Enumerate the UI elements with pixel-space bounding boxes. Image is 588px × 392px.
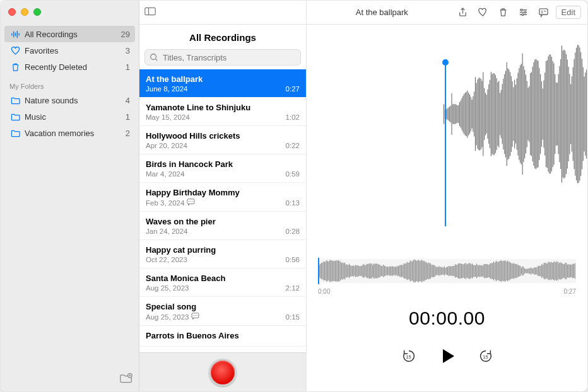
detail-pane: At the ballpark Edit 0:000:010:02 — [307, 1, 587, 391]
waveform-zoom-area[interactable]: 0:000:010:02 — [307, 25, 587, 226]
recording-name: Waves on the pier — [146, 217, 300, 226]
sidebar-item-label: Favorites — [25, 46, 126, 55]
svg-text:15: 15 — [406, 354, 411, 360]
folder-icon — [9, 95, 21, 106]
recording-name: Birds in Hancock Park — [146, 159, 300, 169]
folder-item-vacation-memories[interactable]: Vacation memories 2 — [4, 125, 135, 141]
recording-item[interactable]: Special song Aug 25, 2023 0:15 — [139, 297, 306, 326]
sidebar-item-label: Music — [25, 112, 126, 122]
recording-list: At the ballpark June 8, 2024 0:27Yamanot… — [139, 69, 306, 352]
new-folder-button[interactable] — [120, 372, 132, 386]
recording-item[interactable]: Happy cat purring Oct 22, 2023 0:56 — [139, 240, 306, 268]
recording-duration: 0:28 — [286, 228, 300, 235]
recording-date: Jan 24, 2024 — [146, 228, 188, 235]
folder-item-nature-sounds[interactable]: Nature sounds 4 — [4, 92, 135, 108]
transcript-button[interactable] — [536, 5, 552, 20]
toggle-sidebar-button[interactable] — [144, 7, 156, 18]
recording-date: Oct 22, 2023 — [146, 256, 187, 263]
sidebar-footer — [1, 367, 139, 391]
waveform-icon — [9, 28, 21, 40]
sidebar-list: All Recordings 29 Favorites 3 Recently D… — [1, 26, 139, 367]
options-button[interactable] — [515, 5, 532, 20]
folder-item-music[interactable]: Music 1 — [4, 108, 135, 125]
waveform-overview[interactable] — [318, 259, 576, 283]
svg-point-7 — [522, 14, 524, 16]
recording-date: Mar 4, 2024 — [146, 170, 184, 178]
sidebar-item-count: 29 — [121, 30, 130, 39]
record-footer — [139, 352, 306, 391]
sidebar-item-count: 1 — [126, 62, 130, 72]
my-folders-header: My Folders — [4, 75, 135, 92]
recording-item[interactable]: Birds in Hancock Park Mar 4, 2024 0:59 — [139, 154, 306, 183]
skip-back-15-button[interactable]: 15 — [401, 349, 416, 366]
share-button[interactable] — [455, 5, 471, 20]
svg-point-6 — [524, 11, 526, 13]
overview-start: 0:00 — [318, 288, 330, 295]
recording-item[interactable]: Parrots in Buenos Aires — [139, 326, 306, 347]
time-ruler-overview: 0:00 0:27 — [318, 288, 576, 295]
sidebar-item-label: Nature sounds — [25, 96, 126, 105]
skip-forward-15-button[interactable]: 15 — [478, 349, 493, 366]
recording-date: Aug 25, 2023 — [146, 313, 199, 321]
record-button[interactable] — [209, 359, 237, 386]
recording-date: Aug 25, 2023 — [146, 284, 189, 292]
recording-name: Special song — [146, 302, 300, 311]
sidebar-item-count: 2 — [126, 129, 130, 138]
close-window-button[interactable] — [8, 8, 16, 16]
recording-duration: 0:15 — [286, 313, 300, 321]
recording-item[interactable]: At the ballpark June 8, 2024 0:27 — [139, 69, 306, 98]
svg-text:15: 15 — [483, 354, 488, 360]
list-title: All Recordings — [139, 25, 306, 49]
svg-point-3 — [151, 54, 156, 60]
recording-item[interactable]: Hollywood Hills crickets Apr 20, 2024 0:… — [139, 126, 306, 154]
waveform-mini — [318, 259, 576, 283]
edit-button[interactable]: Edit — [556, 6, 581, 19]
waveform-big — [307, 32, 587, 196]
favorite-button[interactable] — [475, 5, 491, 20]
sidebar-item-all-recordings[interactable]: All Recordings 29 — [4, 26, 135, 42]
recording-duration: 0:22 — [286, 142, 300, 149]
trash-icon — [9, 61, 21, 72]
recording-item[interactable]: Waves on the pier Jan 24, 2024 0:28 — [139, 212, 306, 240]
play-button[interactable] — [438, 347, 457, 368]
sidebar-item-recently-deleted[interactable]: Recently Deleted 1 — [4, 59, 135, 75]
sidebar-item-count: 1 — [126, 112, 130, 122]
playhead[interactable] — [318, 258, 319, 284]
recording-list-column: All Recordings At the ballpark June 8, 2… — [139, 1, 307, 391]
detail-title: At the ballpark — [313, 8, 451, 17]
recording-name: Happy Birthday Mommy — [146, 188, 300, 197]
minimize-window-button[interactable] — [21, 8, 28, 16]
search-icon — [150, 53, 158, 62]
recording-name: Happy cat purring — [146, 245, 300, 255]
recording-item[interactable]: Happy Birthday Mommy Feb 3, 2024 0:13 — [139, 183, 306, 212]
recording-date: Feb 3, 2024 — [146, 199, 195, 207]
recording-name: Parrots in Buenos Aires — [146, 331, 300, 340]
middle-toolbar — [139, 1, 306, 25]
svg-line-4 — [156, 59, 158, 61]
heart-icon — [9, 45, 21, 56]
selection-line[interactable] — [445, 62, 446, 226]
playback-controls: 15 15 — [307, 347, 587, 368]
sidebar-item-label: All Recordings — [25, 30, 121, 39]
delete-button[interactable] — [495, 5, 512, 20]
recording-date: June 8, 2024 — [146, 85, 188, 93]
search-input[interactable] — [144, 49, 301, 66]
recording-duration: 1:02 — [286, 113, 300, 121]
overview-end: 0:27 — [564, 288, 576, 295]
sidebar-item-favorites[interactable]: Favorites 3 — [4, 42, 135, 59]
sidebar-item-label: Recently Deleted — [25, 62, 126, 72]
recording-item[interactable]: Santa Monica Beach Aug 25, 2023 2:12 — [139, 268, 306, 297]
transcript-icon — [187, 199, 195, 207]
search-field-container — [144, 49, 301, 66]
folder-icon — [9, 127, 21, 139]
transcript-icon — [191, 313, 199, 321]
recording-date: Apr 20, 2024 — [146, 142, 187, 149]
recording-duration: 0:27 — [286, 85, 300, 93]
fullscreen-window-button[interactable] — [33, 8, 41, 16]
recording-item[interactable]: Yamanote Line to Shinjuku May 15, 2024 1… — [139, 98, 306, 126]
svg-point-5 — [520, 9, 522, 11]
svg-rect-8 — [539, 9, 548, 14]
folder-icon — [9, 111, 21, 122]
recording-duration: 0:59 — [286, 170, 300, 178]
selection-handle-top[interactable] — [442, 59, 449, 66]
